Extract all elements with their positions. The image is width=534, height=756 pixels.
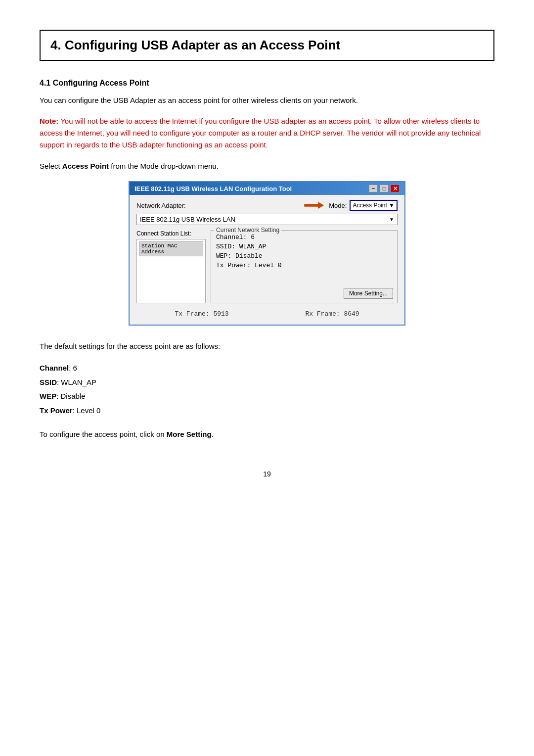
configure-text: To configure the access point, click on … <box>40 428 494 440</box>
minimize-button[interactable]: − <box>369 185 378 192</box>
tool-body: Network Adapter: Mode: Access Point ▼ IE… <box>130 195 404 325</box>
mode-dropdown[interactable]: Access Point ▼ <box>350 200 398 211</box>
ssid-value: : WLAN_AP <box>57 378 96 386</box>
note-label: Note: <box>40 117 58 125</box>
rx-frame: Rx Frame: 8649 <box>305 310 359 318</box>
network-settings-group: Current Network Setting Channel: 6 SSID:… <box>211 230 398 303</box>
connect-station-label: Connect Station List: <box>136 230 206 237</box>
channel-label: Channel <box>40 364 69 372</box>
adapter-dropdown[interactable]: IEEE 802.11g USB Wireless LAN ▼ <box>136 214 398 225</box>
txpower-value: : Level 0 <box>73 406 101 415</box>
tx-frame: Tx Frame: 5913 <box>175 310 228 318</box>
station-list: Station MAC Address <box>136 239 206 303</box>
wep-line: WEP: Disable <box>216 252 392 260</box>
tool-titlebar: IEEE 802.11g USB Wireless LAN Configurat… <box>130 182 404 195</box>
station-col-header: Station MAC Address <box>139 241 203 256</box>
titlebar-buttons: − □ ✕ <box>369 185 400 192</box>
wep-label: WEP <box>40 392 56 400</box>
more-setting-button[interactable]: More Setting... <box>344 288 393 299</box>
page-title-box: 4. Configuring USB Adapter as an Access … <box>40 30 494 61</box>
note-body: You will not be able to access the Inter… <box>40 117 481 149</box>
more-setting-ref: More Setting <box>167 430 212 438</box>
adapter-mode-row: Network Adapter: Mode: Access Point ▼ <box>136 200 398 211</box>
channel-line: Channel: 6 <box>216 234 392 241</box>
tx-power-line: Tx Power: Level 0 <box>216 262 392 269</box>
network-group-legend: Current Network Setting <box>214 227 281 234</box>
body-text: You can configure the USB Adapter as an … <box>40 94 494 106</box>
network-adapter-label: Network Adapter: <box>136 202 186 209</box>
access-point-bold: Access Point <box>62 162 109 170</box>
page-number: 19 <box>40 470 494 478</box>
wep-setting: WEP: Disable <box>40 389 494 404</box>
select-instruction: Select Access Point from the Mode drop-d… <box>40 162 494 170</box>
restore-button[interactable]: □ <box>380 185 389 192</box>
mode-section: Mode: Access Point ▼ <box>304 200 398 211</box>
txpower-setting: Tx Power: Level 0 <box>40 404 494 418</box>
close-button[interactable]: ✕ <box>391 185 400 192</box>
ssid-setting: SSID: WLAN_AP <box>40 376 494 390</box>
default-settings-intro: The default settings for the access poin… <box>40 340 494 352</box>
ssid-line: SSID: WLAN_AP <box>216 243 392 250</box>
tool-window: IEEE 802.11g USB Wireless LAN Configurat… <box>129 181 405 326</box>
channel-setting: Channel: 6 <box>40 361 494 376</box>
settings-list: Channel: 6 SSID: WLAN_AP WEP: Disable Tx… <box>40 361 494 418</box>
page-title: 4. Configuring USB Adapter as an Access … <box>50 38 484 53</box>
wep-value: : Disable <box>56 392 85 400</box>
mode-label: Mode: <box>329 202 347 209</box>
station-panel: Connect Station List: Station MAC Addres… <box>136 230 206 303</box>
section-heading: 4.1 Configuring Access Point <box>40 79 494 88</box>
station-network-row: Connect Station List: Station MAC Addres… <box>136 230 398 303</box>
tool-window-title: IEEE 802.11g USB Wireless LAN Configurat… <box>134 185 369 192</box>
txpower-label: Tx Power <box>40 406 73 415</box>
ssid-label: SSID <box>40 378 57 386</box>
note-text: Note: You will not be able to access the… <box>40 115 494 151</box>
arrow-icon <box>304 202 324 209</box>
frames-row: Tx Frame: 5913 Rx Frame: 8649 <box>136 310 398 318</box>
dropdown-arrow-icon: ▼ <box>389 217 394 222</box>
channel-value: : 6 <box>69 364 77 372</box>
adapter-dropdown-row: IEEE 802.11g USB Wireless LAN ▼ <box>136 214 398 225</box>
